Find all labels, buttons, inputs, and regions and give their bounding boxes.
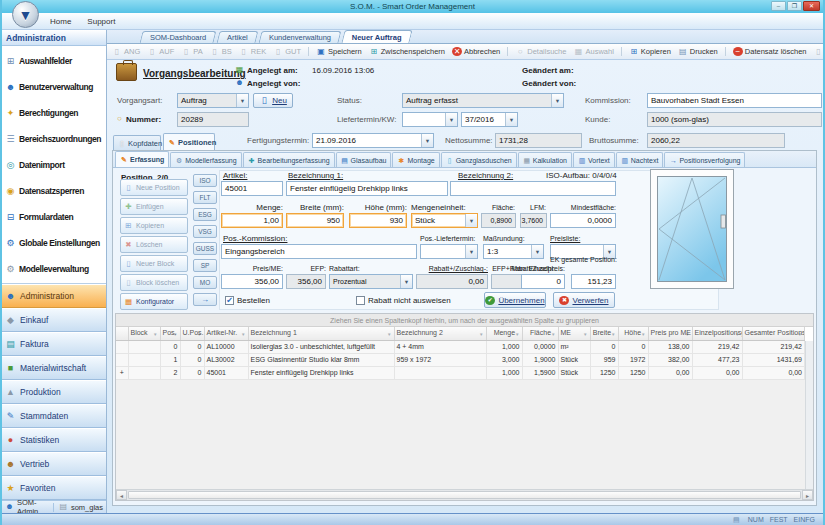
sidebar-nav-item[interactable]: ☰ Bereichszuordnungen	[3, 126, 105, 152]
glass-type-button[interactable]: →	[193, 293, 217, 306]
grid-column-header[interactable]: ▼Gesamter Positionspreis	[742, 327, 805, 340]
toolbar-button[interactable]: ○ Detailsuche	[507, 47, 566, 56]
lfm-input[interactable]: 3,7600	[520, 213, 547, 228]
vertical-scrollbar[interactable]	[805, 341, 813, 489]
dropdown-arrow-icon[interactable]: ▼	[400, 275, 412, 288]
sidebar-nav-item[interactable]: ◉ Datensatzsperren	[3, 178, 105, 204]
position-tab[interactable]: → Positionsverfolgung	[664, 152, 745, 167]
sidebar-accordion-item[interactable]: ☻ Vertrieb	[2, 452, 106, 476]
mengeneinheit-select[interactable]: Stück ▼	[411, 213, 478, 228]
sidebar-nav-item[interactable]: ☻ Benutzerverwaltung	[3, 74, 105, 100]
neu-button[interactable]: ▯Neu	[253, 93, 293, 108]
grid-column-header[interactable]: ▼ME	[558, 327, 590, 340]
dropdown-arrow-icon[interactable]: ▼	[421, 134, 433, 147]
menu-item[interactable]: Home	[50, 17, 71, 26]
scrollbar-track[interactable]	[128, 491, 801, 499]
glass-type-button[interactable]: GUSS	[193, 242, 217, 255]
sidebar-accordion-item[interactable]: ● Statistiken	[2, 428, 106, 452]
toolbar-button[interactable]: ▯ BS	[210, 47, 232, 56]
grid-row[interactable]: + 2 0 45001 Fenster einflügelig Drehkipp…	[116, 366, 805, 379]
position-action-button[interactable]: ✚ Einfügen	[120, 198, 188, 215]
toolbar-button[interactable]: − Datensatz löschen	[725, 47, 807, 56]
grid-column-header[interactable]: ▼Breite	[590, 327, 618, 340]
rabatt-nicht-ausweisen-checkbox[interactable]: Rabatt nicht ausweisen	[356, 296, 451, 305]
minimize-button[interactable]: –	[771, 1, 786, 11]
pos-kommission-input[interactable]: Eingangsbereich	[221, 244, 417, 259]
grid-column-header[interactable]: ▼	[116, 327, 128, 340]
dropdown-arrow-icon[interactable]: ▼	[236, 94, 248, 107]
dropdown-arrow-icon[interactable]: ▼	[551, 94, 563, 107]
close-button[interactable]: ✕	[803, 1, 820, 11]
filter-icon[interactable]: ▼	[515, 332, 519, 337]
document-tab[interactable]: Kundenverwaltung	[259, 31, 342, 43]
dropdown-arrow-icon[interactable]: ▼	[445, 113, 457, 126]
uebernehmen-button[interactable]: ✔Übernehmen	[484, 292, 546, 308]
grid-column-header[interactable]: ▼Bezeichnung 2	[394, 327, 486, 340]
bezeichnung2-input[interactable]	[450, 181, 616, 196]
position-tab[interactable]: ▦ Kalkulation	[518, 152, 572, 167]
sidebar-nav-item[interactable]: ✦ Berechtigungen	[3, 100, 105, 126]
filter-icon[interactable]: ▼	[611, 332, 615, 337]
horizontal-scrollbar[interactable]: ◂ ▸	[116, 489, 813, 500]
kommission-input[interactable]: Bauvorhaben Stadt Essen	[647, 93, 822, 108]
position-action-button[interactable]: ✖ Löschen	[120, 236, 188, 253]
position-tab[interactable]: ▯ Ganzglasduschen	[441, 152, 517, 167]
toolbar-button[interactable]: ▯ Schließen	[814, 47, 825, 56]
document-tab[interactable]: SOM-Dashboard	[140, 31, 217, 43]
nettosumme-input[interactable]: 1731,28	[495, 133, 582, 148]
glass-type-button[interactable]: MO	[193, 276, 217, 289]
sidebar-nav-item[interactable]: ◎ Datenimport	[3, 152, 105, 178]
bruttosumme-input[interactable]: 2060,22	[647, 133, 785, 148]
toolbar-button[interactable]: ▣ Speichern	[308, 47, 362, 56]
position-tab[interactable]: ✚ Bearbeitungserfassung	[243, 152, 335, 167]
position-action-button[interactable]: ▦ Konfigurator	[120, 293, 188, 310]
toolbar-button[interactable]: ▤ Drucken	[678, 47, 718, 56]
menu-item[interactable]: Support	[87, 17, 115, 26]
grid-column-header[interactable]: ▼Preis pro ME	[648, 327, 692, 340]
grid-column-header[interactable]: ▼Höhe	[618, 327, 648, 340]
filter-icon[interactable]: ▼	[479, 332, 483, 337]
menge-input[interactable]: 1,00	[221, 213, 283, 228]
fertigungstermin-select[interactable]: 21.09.2016 ▼	[312, 133, 434, 148]
toolbar-button[interactable]: ▯ AUF	[147, 47, 174, 56]
toolbar-button[interactable]: ✕ Abbrechen	[452, 47, 500, 56]
position-tab[interactable]: ✱ Montage	[392, 152, 439, 167]
status-select[interactable]: Auftrag erfasst ▼	[402, 93, 564, 108]
vorgangsart-select[interactable]: Auftrag ▼	[177, 93, 249, 108]
pos-liefertermin-select[interactable]: ▼	[420, 244, 478, 259]
document-tab[interactable]: Artikel	[217, 31, 259, 43]
grid-group-by-area[interactable]: Ziehen Sie einen Spaltenkopf hierhin, um…	[116, 314, 813, 327]
tab-positionen[interactable]: ✎ Positionen	[163, 133, 215, 150]
grid-row[interactable]: 1 0 AL30002 ESG Glasinnentür Studio klar…	[116, 353, 805, 366]
position-tab[interactable]: ✎ Erfassung	[115, 151, 169, 167]
sidebar-nav-item[interactable]: ⚙ Modelleverwaltung	[3, 256, 105, 282]
sidebar-accordion-item[interactable]: ▲ Produktion	[2, 380, 106, 404]
position-tab[interactable]: ▤ Glasaufbau	[336, 152, 392, 167]
nummer-input[interactable]: 20289	[177, 112, 249, 127]
bestellen-checkbox[interactable]: ✔ Bestellen	[225, 296, 270, 305]
position-action-button[interactable]: ▯ Block löschen	[120, 274, 188, 291]
verwerfen-button[interactable]: ✖Verwerfen	[553, 292, 615, 308]
kalenderwoche-select[interactable]: 37/2016 ▼	[461, 112, 518, 127]
position-tab[interactable]: ⚙ Modellerfassung	[170, 152, 241, 167]
scroll-right-icon[interactable]: ▸	[802, 490, 813, 500]
row-expand-cell[interactable]	[116, 353, 128, 366]
grid-row[interactable]: 0 0 AL10000 Isolierglas 3.0 - unbeschich…	[116, 340, 805, 353]
sidebar-accordion-item[interactable]: ◆ Einkauf	[2, 308, 106, 332]
position-action-button[interactable]: ▯ Neue Position	[120, 179, 188, 196]
scroll-left-icon[interactable]: ◂	[116, 490, 127, 500]
flaeche-input[interactable]: 0,8900	[481, 213, 516, 228]
dropdown-arrow-icon[interactable]: ▼	[465, 214, 477, 227]
sidebar-accordion-item[interactable]: ★ Favoriten	[2, 476, 106, 500]
ek-position-input[interactable]: 151,23	[571, 274, 616, 289]
position-tab[interactable]: ▥ Vortext	[573, 152, 615, 167]
preis-me-input[interactable]: 356,00	[221, 274, 283, 289]
filter-icon[interactable]: ▼	[551, 332, 555, 337]
kunde-input[interactable]: 1000 (som-glas)	[647, 112, 822, 127]
liefertermin-select[interactable]: ▼	[402, 112, 458, 127]
toolbar-button[interactable]: ▦ Auswahl	[573, 47, 613, 56]
toolbar-button[interactable]: ⊞ Kopieren	[621, 47, 671, 56]
position-action-button[interactable]: ⊞ Kopieren	[120, 217, 188, 234]
sidebar-accordion-item[interactable]: ■ Materialwirtschaft	[2, 356, 106, 380]
grid-column-header[interactable]: ▼Artikel-Nr.	[204, 327, 248, 340]
